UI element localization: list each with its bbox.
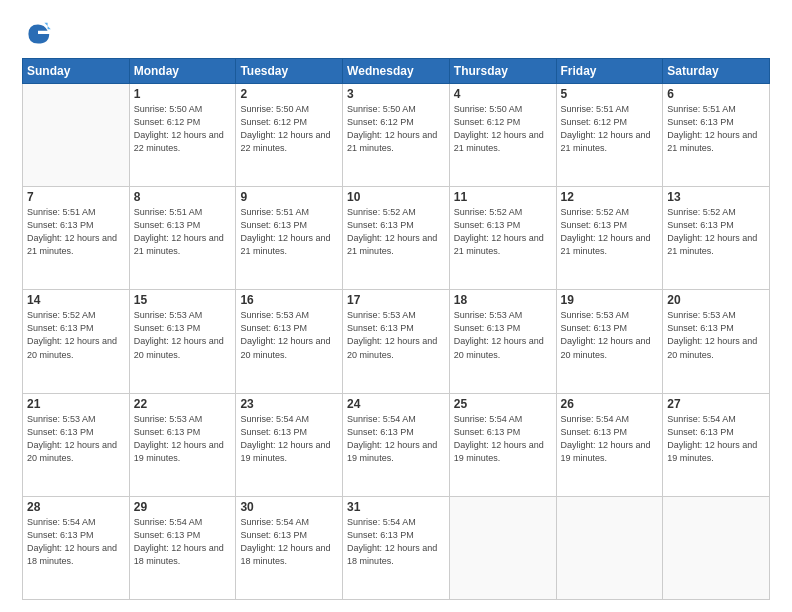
calendar-cell: 10Sunrise: 5:52 AMSunset: 6:13 PMDayligh… bbox=[343, 187, 450, 290]
day-info: Sunrise: 5:54 AMSunset: 6:13 PMDaylight:… bbox=[667, 413, 765, 465]
day-info: Sunrise: 5:51 AMSunset: 6:13 PMDaylight:… bbox=[134, 206, 232, 258]
calendar-cell: 21Sunrise: 5:53 AMSunset: 6:13 PMDayligh… bbox=[23, 393, 130, 496]
day-info: Sunrise: 5:53 AMSunset: 6:13 PMDaylight:… bbox=[240, 309, 338, 361]
day-info: Sunrise: 5:51 AMSunset: 6:12 PMDaylight:… bbox=[561, 103, 659, 155]
day-info: Sunrise: 5:53 AMSunset: 6:13 PMDaylight:… bbox=[27, 413, 125, 465]
calendar-cell: 13Sunrise: 5:52 AMSunset: 6:13 PMDayligh… bbox=[663, 187, 770, 290]
weekday-header-monday: Monday bbox=[129, 59, 236, 84]
week-row-2: 14Sunrise: 5:52 AMSunset: 6:13 PMDayligh… bbox=[23, 290, 770, 393]
day-number: 4 bbox=[454, 87, 552, 101]
week-row-3: 21Sunrise: 5:53 AMSunset: 6:13 PMDayligh… bbox=[23, 393, 770, 496]
day-info: Sunrise: 5:54 AMSunset: 6:13 PMDaylight:… bbox=[27, 516, 125, 568]
day-info: Sunrise: 5:54 AMSunset: 6:13 PMDaylight:… bbox=[240, 516, 338, 568]
logo bbox=[22, 18, 58, 50]
day-number: 7 bbox=[27, 190, 125, 204]
weekday-header-tuesday: Tuesday bbox=[236, 59, 343, 84]
day-number: 10 bbox=[347, 190, 445, 204]
calendar-cell: 9Sunrise: 5:51 AMSunset: 6:13 PMDaylight… bbox=[236, 187, 343, 290]
day-info: Sunrise: 5:54 AMSunset: 6:13 PMDaylight:… bbox=[134, 516, 232, 568]
calendar-cell: 24Sunrise: 5:54 AMSunset: 6:13 PMDayligh… bbox=[343, 393, 450, 496]
calendar-cell: 17Sunrise: 5:53 AMSunset: 6:13 PMDayligh… bbox=[343, 290, 450, 393]
calendar-cell: 23Sunrise: 5:54 AMSunset: 6:13 PMDayligh… bbox=[236, 393, 343, 496]
day-number: 26 bbox=[561, 397, 659, 411]
day-number: 6 bbox=[667, 87, 765, 101]
calendar-cell: 15Sunrise: 5:53 AMSunset: 6:13 PMDayligh… bbox=[129, 290, 236, 393]
page: SundayMondayTuesdayWednesdayThursdayFrid… bbox=[0, 0, 792, 612]
day-number: 17 bbox=[347, 293, 445, 307]
day-number: 20 bbox=[667, 293, 765, 307]
header bbox=[22, 18, 770, 50]
calendar-cell: 30Sunrise: 5:54 AMSunset: 6:13 PMDayligh… bbox=[236, 496, 343, 599]
weekday-header-friday: Friday bbox=[556, 59, 663, 84]
calendar-table: SundayMondayTuesdayWednesdayThursdayFrid… bbox=[22, 58, 770, 600]
day-number: 16 bbox=[240, 293, 338, 307]
calendar-cell: 4Sunrise: 5:50 AMSunset: 6:12 PMDaylight… bbox=[449, 84, 556, 187]
day-info: Sunrise: 5:54 AMSunset: 6:13 PMDaylight:… bbox=[347, 413, 445, 465]
week-row-4: 28Sunrise: 5:54 AMSunset: 6:13 PMDayligh… bbox=[23, 496, 770, 599]
calendar-cell: 11Sunrise: 5:52 AMSunset: 6:13 PMDayligh… bbox=[449, 187, 556, 290]
weekday-header-saturday: Saturday bbox=[663, 59, 770, 84]
day-info: Sunrise: 5:52 AMSunset: 6:13 PMDaylight:… bbox=[454, 206, 552, 258]
day-info: Sunrise: 5:54 AMSunset: 6:13 PMDaylight:… bbox=[454, 413, 552, 465]
weekday-header-sunday: Sunday bbox=[23, 59, 130, 84]
calendar-cell: 1Sunrise: 5:50 AMSunset: 6:12 PMDaylight… bbox=[129, 84, 236, 187]
day-number: 13 bbox=[667, 190, 765, 204]
day-number: 18 bbox=[454, 293, 552, 307]
day-number: 31 bbox=[347, 500, 445, 514]
calendar-cell: 16Sunrise: 5:53 AMSunset: 6:13 PMDayligh… bbox=[236, 290, 343, 393]
day-info: Sunrise: 5:50 AMSunset: 6:12 PMDaylight:… bbox=[240, 103, 338, 155]
day-number: 30 bbox=[240, 500, 338, 514]
calendar-cell: 5Sunrise: 5:51 AMSunset: 6:12 PMDaylight… bbox=[556, 84, 663, 187]
day-number: 9 bbox=[240, 190, 338, 204]
calendar-cell bbox=[556, 496, 663, 599]
weekday-header-wednesday: Wednesday bbox=[343, 59, 450, 84]
day-info: Sunrise: 5:53 AMSunset: 6:13 PMDaylight:… bbox=[561, 309, 659, 361]
day-number: 12 bbox=[561, 190, 659, 204]
week-row-0: 1Sunrise: 5:50 AMSunset: 6:12 PMDaylight… bbox=[23, 84, 770, 187]
calendar-cell: 27Sunrise: 5:54 AMSunset: 6:13 PMDayligh… bbox=[663, 393, 770, 496]
day-number: 1 bbox=[134, 87, 232, 101]
day-number: 3 bbox=[347, 87, 445, 101]
day-number: 25 bbox=[454, 397, 552, 411]
day-number: 29 bbox=[134, 500, 232, 514]
day-number: 11 bbox=[454, 190, 552, 204]
calendar-cell: 18Sunrise: 5:53 AMSunset: 6:13 PMDayligh… bbox=[449, 290, 556, 393]
day-number: 27 bbox=[667, 397, 765, 411]
calendar-cell: 6Sunrise: 5:51 AMSunset: 6:13 PMDaylight… bbox=[663, 84, 770, 187]
calendar-cell: 7Sunrise: 5:51 AMSunset: 6:13 PMDaylight… bbox=[23, 187, 130, 290]
day-number: 23 bbox=[240, 397, 338, 411]
day-info: Sunrise: 5:53 AMSunset: 6:13 PMDaylight:… bbox=[134, 309, 232, 361]
calendar-cell: 28Sunrise: 5:54 AMSunset: 6:13 PMDayligh… bbox=[23, 496, 130, 599]
calendar-cell bbox=[663, 496, 770, 599]
calendar-cell: 2Sunrise: 5:50 AMSunset: 6:12 PMDaylight… bbox=[236, 84, 343, 187]
day-info: Sunrise: 5:54 AMSunset: 6:13 PMDaylight:… bbox=[347, 516, 445, 568]
day-info: Sunrise: 5:51 AMSunset: 6:13 PMDaylight:… bbox=[240, 206, 338, 258]
calendar-cell: 22Sunrise: 5:53 AMSunset: 6:13 PMDayligh… bbox=[129, 393, 236, 496]
weekday-header-row: SundayMondayTuesdayWednesdayThursdayFrid… bbox=[23, 59, 770, 84]
week-row-1: 7Sunrise: 5:51 AMSunset: 6:13 PMDaylight… bbox=[23, 187, 770, 290]
day-number: 28 bbox=[27, 500, 125, 514]
calendar-cell: 14Sunrise: 5:52 AMSunset: 6:13 PMDayligh… bbox=[23, 290, 130, 393]
day-info: Sunrise: 5:52 AMSunset: 6:13 PMDaylight:… bbox=[667, 206, 765, 258]
day-number: 15 bbox=[134, 293, 232, 307]
day-number: 19 bbox=[561, 293, 659, 307]
calendar-cell bbox=[449, 496, 556, 599]
day-info: Sunrise: 5:53 AMSunset: 6:13 PMDaylight:… bbox=[134, 413, 232, 465]
day-number: 2 bbox=[240, 87, 338, 101]
day-info: Sunrise: 5:53 AMSunset: 6:13 PMDaylight:… bbox=[347, 309, 445, 361]
day-number: 14 bbox=[27, 293, 125, 307]
day-info: Sunrise: 5:51 AMSunset: 6:13 PMDaylight:… bbox=[667, 103, 765, 155]
day-info: Sunrise: 5:50 AMSunset: 6:12 PMDaylight:… bbox=[347, 103, 445, 155]
calendar-cell: 29Sunrise: 5:54 AMSunset: 6:13 PMDayligh… bbox=[129, 496, 236, 599]
day-info: Sunrise: 5:54 AMSunset: 6:13 PMDaylight:… bbox=[240, 413, 338, 465]
calendar-cell: 20Sunrise: 5:53 AMSunset: 6:13 PMDayligh… bbox=[663, 290, 770, 393]
calendar-cell: 12Sunrise: 5:52 AMSunset: 6:13 PMDayligh… bbox=[556, 187, 663, 290]
calendar-cell: 31Sunrise: 5:54 AMSunset: 6:13 PMDayligh… bbox=[343, 496, 450, 599]
day-info: Sunrise: 5:52 AMSunset: 6:13 PMDaylight:… bbox=[347, 206, 445, 258]
day-number: 22 bbox=[134, 397, 232, 411]
day-info: Sunrise: 5:51 AMSunset: 6:13 PMDaylight:… bbox=[27, 206, 125, 258]
calendar-cell bbox=[23, 84, 130, 187]
calendar-cell: 8Sunrise: 5:51 AMSunset: 6:13 PMDaylight… bbox=[129, 187, 236, 290]
day-info: Sunrise: 5:50 AMSunset: 6:12 PMDaylight:… bbox=[454, 103, 552, 155]
day-number: 5 bbox=[561, 87, 659, 101]
